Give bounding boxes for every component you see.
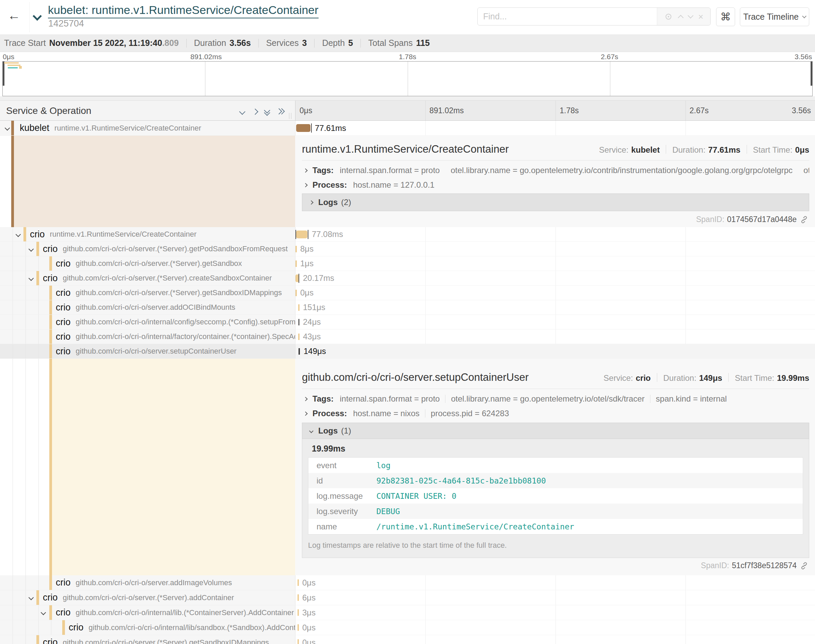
span-timeline-cell[interactable]: 24μs <box>295 315 815 330</box>
span-duration-bar[interactable] <box>296 290 297 296</box>
span-timeline-cell[interactable]: 0μs <box>295 620 815 635</box>
span-name-cell[interactable]: crio github.com/cri-o/cri-o/server.(*Ser… <box>0 635 295 644</box>
span-name-cell[interactable]: crio github.com/cri-o/cri-o/server.addIm… <box>0 575 295 590</box>
back-button[interactable]: ← <box>8 9 20 22</box>
span-duration-bar[interactable] <box>298 334 300 340</box>
span-duration-bar[interactable] <box>297 639 299 644</box>
service-color-bar <box>37 271 39 285</box>
span-name-cell[interactable]: crio github.com/cri-o/cri-o/internal/lib… <box>0 605 295 620</box>
minimap-canvas[interactable] <box>2 61 813 96</box>
span-row[interactable]: crio github.com/cri-o/cri-o/server.(*Ser… <box>0 256 815 271</box>
span-row[interactable]: crio github.com/cri-o/cri-o/server.(*Ser… <box>0 635 815 644</box>
span-timeline-cell[interactable]: 1μs <box>295 256 815 271</box>
service-name: crio <box>56 288 71 298</box>
log-field-key: id <box>308 476 376 486</box>
span-row[interactable]: crio github.com/cri-o/cri-o/server.(*Ser… <box>0 590 815 605</box>
span-timeline-cell[interactable]: 149μs <box>295 344 815 359</box>
span-name-cell[interactable]: crio runtime.v1.RuntimeService/CreateCon… <box>0 227 295 242</box>
minimap-right-handle[interactable] <box>810 61 812 86</box>
span-name-cell[interactable]: crio github.com/cri-o/cri-o/internal/con… <box>0 315 295 330</box>
span-duration-bar[interactable] <box>299 348 300 355</box>
span-duration-bar[interactable] <box>297 594 299 601</box>
span-row[interactable]: crio github.com/cri-o/cri-o/server.addOC… <box>0 300 815 315</box>
span-duration-bar[interactable] <box>296 261 297 267</box>
span-duration-bar[interactable] <box>297 624 299 631</box>
span-name-cell[interactable]: crio github.com/cri-o/cri-o/server.addOC… <box>0 300 295 315</box>
span-duration-bar[interactable] <box>297 609 299 616</box>
link-icon[interactable] <box>800 216 808 224</box>
find-clear-icon[interactable]: × <box>698 12 703 21</box>
column-resize-grip[interactable] <box>291 113 291 119</box>
process-accordion[interactable]: Process: host.name = nixos process.pid =… <box>302 408 809 419</box>
span-timeline-cell[interactable]: 0μs <box>295 575 815 590</box>
minimap-tick: 891.02ms <box>190 53 222 61</box>
span-name-cell[interactable]: crio github.com/cri-o/cri-o/server.(*Ser… <box>0 590 295 605</box>
column-resize-grip[interactable] <box>289 113 290 119</box>
span-name-cell[interactable]: crio github.com/cri-o/cri-o/server.setup… <box>0 344 295 359</box>
span-name-cell[interactable]: crio github.com/cri-o/cri-o/server.(*Ser… <box>0 242 295 256</box>
span-timeline-cell[interactable]: 20.17ms <box>295 271 815 286</box>
process-accordion[interactable]: Process: host.name = 127.0.0.1 <box>302 179 809 190</box>
span-row[interactable]: crio github.com/cri-o/cri-o/server.(*Ser… <box>0 242 815 256</box>
trace-title-link[interactable]: kubelet: runtime.v1.RuntimeService/Creat… <box>48 3 319 18</box>
collapse-chevron-icon[interactable] <box>29 595 34 601</box>
span-row[interactable]: crio github.com/cri-o/cri-o/internal/lib… <box>0 620 815 635</box>
span-timeline-cell[interactable]: 77.08ms <box>295 227 815 242</box>
span-timeline-cell[interactable]: 43μs <box>295 330 815 344</box>
trace-collapse-chevron-icon[interactable] <box>33 12 42 21</box>
span-row[interactable]: crio github.com/cri-o/cri-o/internal/con… <box>0 315 815 330</box>
span-name-cell[interactable]: crio github.com/cri-o/cri-o/server.(*Ser… <box>0 286 295 300</box>
span-row[interactable]: crio github.com/cri-o/cri-o/server.(*Ser… <box>0 286 815 300</box>
collapse-chevron-icon[interactable] <box>5 126 10 131</box>
span-timeline-cell[interactable]: 151μs <box>295 300 815 315</box>
logs-accordion[interactable]: Logs (1) <box>302 423 809 439</box>
collapse-chevron-icon[interactable] <box>29 276 34 281</box>
keyboard-shortcuts-button[interactable]: ⌘ <box>716 8 735 26</box>
span-name-cell[interactable]: crio github.com/cri-o/cri-o/server.(*Ser… <box>0 271 295 286</box>
span-row-selected[interactable]: crio github.com/cri-o/cri-o/server.setup… <box>0 344 815 359</box>
span-duration-bar[interactable] <box>296 246 297 252</box>
span-timeline-cell[interactable]: 3μs <box>295 605 815 620</box>
find-prev-icon[interactable] <box>678 15 684 20</box>
collapse-one-icon[interactable] <box>240 109 245 115</box>
span-duration-bar[interactable] <box>297 580 299 586</box>
tags-accordion[interactable]: Tags: internal.span.format = proto otel.… <box>302 393 809 404</box>
span-id-label: SpanID: <box>701 561 729 570</box>
span-row[interactable]: crio github.com/cri-o/cri-o/internal/lib… <box>0 605 815 620</box>
log-entry-header[interactable]: 19.99ms <box>307 444 345 454</box>
minimap-left-handle[interactable] <box>3 61 5 86</box>
collapse-chevron-icon[interactable] <box>15 232 21 237</box>
collapse-chevron-icon[interactable] <box>29 247 34 252</box>
span-name-cell[interactable]: crio github.com/cri-o/cri-o/internal/fac… <box>0 330 295 344</box>
span-row[interactable]: crio github.com/cri-o/cri-o/server.addIm… <box>0 575 815 590</box>
span-name-cell[interactable]: kubelet runtime.v1.RuntimeService/Create… <box>0 121 295 136</box>
link-icon[interactable] <box>800 562 808 570</box>
span-timeline-cell[interactable]: 77.61ms <box>295 121 815 136</box>
view-type-dropdown[interactable]: Trace Timeline <box>740 8 809 26</box>
service-color-bar <box>49 605 52 620</box>
span-duration-bar[interactable] <box>296 124 310 132</box>
span-name-cell[interactable]: crio github.com/cri-o/cri-o/server.(*Ser… <box>0 256 295 271</box>
span-duration-label: 151μs <box>303 303 325 312</box>
span-row[interactable]: crio runtime.v1.RuntimeService/CreateCon… <box>0 227 815 242</box>
expand-one-icon[interactable] <box>253 109 257 115</box>
span-name-cell[interactable]: crio github.com/cri-o/cri-o/internal/lib… <box>0 620 295 635</box>
span-timeline-cell[interactable]: 8μs <box>295 242 815 256</box>
span-duration-bar[interactable] <box>298 319 300 325</box>
span-row[interactable]: kubelet runtime.v1.RuntimeService/Create… <box>0 121 815 136</box>
span-row[interactable]: crio github.com/cri-o/cri-o/internal/fac… <box>0 330 815 344</box>
logs-accordion[interactable]: Logs (2) <box>302 193 809 211</box>
span-timeline-cell[interactable]: 0μs <box>295 635 815 644</box>
span-timeline-cell[interactable]: 6μs <box>295 590 815 605</box>
total-spans-value: 115 <box>416 38 430 48</box>
span-row[interactable]: crio github.com/cri-o/cri-o/server.(*Ser… <box>0 271 815 286</box>
find-next-icon[interactable] <box>688 13 693 19</box>
focus-target-icon[interactable] <box>664 12 673 21</box>
detail-left-fill <box>52 359 295 575</box>
span-timeline-cell[interactable]: 0μs <box>295 286 815 300</box>
span-duration-bar[interactable] <box>296 230 307 238</box>
find-input[interactable] <box>478 8 657 25</box>
tags-accordion[interactable]: Tags: internal.span.format = proto otel.… <box>302 165 809 176</box>
collapse-chevron-icon[interactable] <box>41 610 46 615</box>
span-duration-bar[interactable] <box>298 304 300 311</box>
